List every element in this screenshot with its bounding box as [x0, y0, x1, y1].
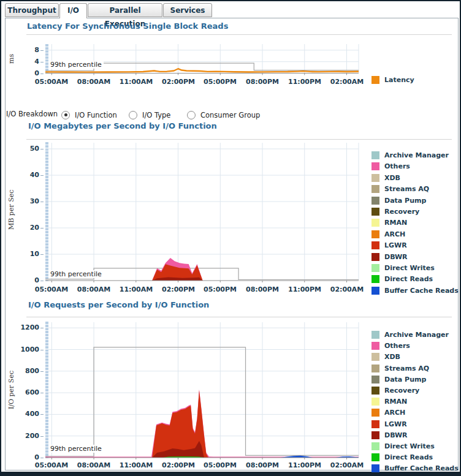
section-rule [26, 317, 452, 317]
legend-label: Data Pump [384, 197, 426, 205]
legend-label: DBWR [384, 253, 408, 261]
x-tick-label: 11:00PM [284, 78, 325, 86]
tab-parallel-execution[interactable]: Parallel Execution [88, 3, 162, 17]
legend-swatch [371, 174, 379, 182]
legend-label: Others [384, 162, 410, 170]
y-tick-label: 800 [17, 367, 39, 375]
legend-label: Data Pump [384, 376, 426, 383]
legend-label: Others [384, 342, 410, 350]
x-tick-label: 02:00AM [327, 285, 367, 293]
io-breakdown-label: I/O Breakdown [6, 110, 58, 118]
legend-swatch [371, 398, 379, 406]
x-tick-label: 05:00AM [31, 285, 72, 293]
x-tick-label: 05:00PM [200, 285, 240, 293]
x-tick-label: 08:00PM [242, 78, 283, 86]
x-tick-label: 11:00PM [284, 285, 325, 293]
legend-label: XDB [384, 353, 400, 361]
y-tick-label: 40 [17, 171, 39, 179]
legend-swatch [371, 208, 379, 216]
legend-label: Direct Reads [384, 453, 433, 461]
x-tick-label: 08:00PM [242, 285, 283, 293]
x-tick-label: 02:00AM [327, 78, 367, 86]
y-tick-mark [40, 350, 44, 350]
section-rule [26, 34, 452, 35]
legend-label: XDB [384, 174, 400, 182]
y-tick-mark [40, 371, 44, 372]
radio-io-function[interactable]: I/O Function [61, 108, 117, 120]
legend-swatch [371, 241, 379, 249]
legend-swatch [371, 365, 379, 372]
legend-swatch [371, 409, 379, 417]
legend-swatch [371, 420, 379, 428]
y-tick-mark [40, 175, 44, 176]
chart-title-io-requests: I/O Requests per Second by I/O Function [28, 300, 209, 309]
percentile-label: 99th percentile [48, 445, 104, 453]
y-tick-mark [40, 202, 44, 202]
radio-label: Consumer Group [200, 111, 260, 119]
legend-swatch [371, 253, 379, 261]
y-tick-label: 10 [17, 250, 39, 258]
y-axis-label-mb: MB per Sec [7, 190, 15, 230]
chart-plot [45, 141, 360, 284]
y-tick-mark [40, 436, 44, 437]
legend-label: Direct Writes [384, 442, 435, 450]
y-tick-mark [40, 149, 44, 149]
legend-label: Latency [384, 76, 414, 84]
y-tick-label: 20 [17, 224, 39, 232]
x-tick-label: 05:00PM [200, 78, 240, 86]
legend-label: Buffer Cache Reads [384, 287, 459, 295]
percentile-label: 99th percentile [48, 270, 104, 278]
tab-io[interactable]: I/O [59, 3, 87, 18]
legend-swatch [371, 453, 379, 461]
tab-services[interactable]: Services [163, 3, 212, 17]
legend-label: Recovery [384, 387, 419, 395]
x-tick-label: 02:00PM [158, 285, 199, 293]
legend-swatch [371, 331, 379, 339]
radio-consumer-group[interactable]: Consumer Group [187, 108, 260, 120]
y-tick-mark [40, 414, 44, 415]
legend-label: Buffer Cache Reads [384, 464, 459, 472]
legend-label: Archive Manager [384, 331, 449, 339]
radio-icon [129, 111, 137, 119]
legend-swatch [371, 342, 379, 350]
y-tick-label: 30 [17, 197, 39, 205]
chart-plot [45, 320, 360, 463]
x-tick-label: 08:00AM [74, 285, 114, 293]
legend-swatch [371, 197, 379, 205]
legend-label: Direct Writes [384, 264, 435, 272]
y-tick-label: 1200 [17, 323, 39, 331]
legend-swatch [371, 275, 379, 283]
legend-label: RMAN [384, 398, 407, 406]
radio-label: I/O Function [75, 111, 117, 119]
legend-swatch [371, 162, 379, 170]
legend-swatch [371, 230, 379, 238]
y-tick-mark [40, 328, 44, 328]
radio-label: I/O Type [142, 111, 170, 119]
y-tick-mark [40, 62, 44, 62]
legend-label: Streams AQ [384, 185, 429, 193]
legend-label: Recovery [384, 208, 419, 216]
y-tick-mark [40, 228, 44, 229]
y-tick-label: 200 [17, 432, 39, 440]
y-tick-label: 1000 [17, 346, 39, 353]
legend-swatch [371, 442, 379, 450]
radio-icon [61, 111, 70, 119]
section-rule [26, 139, 452, 140]
chart-title-mb-per-sec: I/O Megabytes per Second by I/O Function [28, 121, 217, 130]
legend-swatch [371, 151, 379, 159]
legend-swatch [371, 464, 379, 472]
y-tick-mark [40, 458, 44, 458]
legend-swatch [371, 376, 379, 383]
y-tick-label: 400 [17, 410, 39, 418]
y-tick-label: 4 [17, 58, 39, 66]
y-tick-label: 600 [17, 388, 39, 396]
radio-io-type[interactable]: I/O Type [129, 108, 170, 120]
tab-throughput[interactable]: Throughput [5, 3, 59, 17]
chart-title-latency: Latency For Synchronous Single Block Rea… [27, 21, 228, 31]
legend-label: RMAN [384, 219, 407, 227]
window-border-top [0, 0, 461, 1]
radio-icon [187, 111, 196, 119]
y-tick-mark [40, 50, 44, 51]
window-border-bottom [0, 472, 461, 476]
y-axis-label-iops: I/O per Sec [7, 371, 15, 409]
